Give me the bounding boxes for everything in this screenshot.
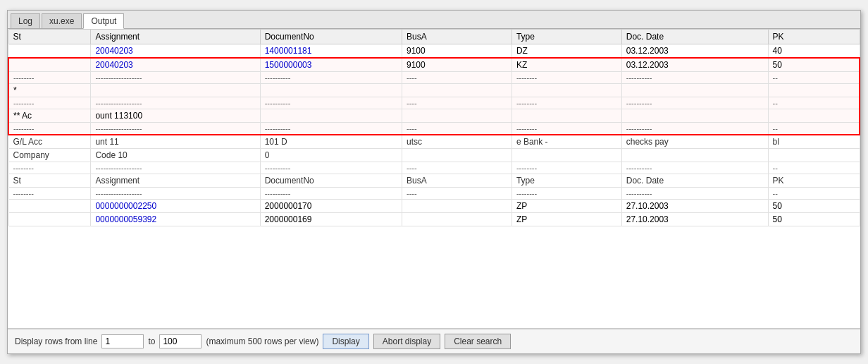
cell-st: -------- (8, 188, 91, 200)
cell-assignment: ount 113100 (91, 109, 260, 123)
to-label: to (148, 336, 155, 346)
cell-docno (260, 84, 402, 97)
cell-pk: PK (768, 174, 860, 188)
cell-pk: -- (768, 162, 860, 174)
cell-type: -------- (512, 162, 621, 174)
cell-busa: 9100 (402, 44, 512, 59)
table-row: CompanyCode 100 (8, 149, 860, 162)
clear-search-button[interactable]: Clear search (445, 334, 511, 349)
table-row: 00000000022502000000170ZP27.10.200350 (8, 200, 860, 213)
cell-busa (402, 213, 512, 226)
abort-display-button[interactable]: Abort display (373, 334, 440, 349)
cell-type: ZP (512, 200, 621, 213)
tab-bar: Log xu.exe Output (8, 11, 860, 29)
cell-pk: -- (768, 188, 860, 200)
cell-st: * (8, 84, 91, 97)
cell-st: -------- (8, 162, 91, 174)
cell-docdate: checks pay (621, 135, 768, 149)
cell-st (8, 58, 91, 72)
cell-assignment: ------------------ (91, 188, 260, 200)
assignment-link[interactable]: 0000000002250 (95, 201, 156, 211)
cell-docdate: ---------- (621, 162, 768, 174)
cell-busa: 9100 (402, 58, 512, 72)
cell-assignment: ------------------ (91, 97, 260, 109)
cell-assignment: ------------------ (91, 162, 260, 174)
cell-assignment: 0000000002250 (91, 200, 260, 213)
table-header-row: St Assignment DocumentNo BusA Type Doc. … (8, 30, 860, 44)
cell-busa (402, 109, 512, 123)
table-row: ----------------------------------------… (8, 162, 860, 174)
cell-assignment: Code 10 (91, 149, 260, 162)
cell-assignment: ------------------ (91, 72, 260, 84)
cell-docno: 1500000003 (260, 58, 402, 72)
cell-docdate: 27.10.2003 (621, 213, 768, 226)
docno-link[interactable]: 1400001181 (265, 46, 312, 56)
cell-type: Type (512, 174, 621, 188)
table-row: ----------------------------------------… (8, 72, 860, 84)
cell-type: -------- (512, 188, 621, 200)
assignment-link[interactable]: 0000000059392 (95, 214, 156, 224)
cell-st: ** Ac (8, 109, 91, 123)
cell-pk (768, 84, 860, 97)
col-header-type: Type (512, 30, 621, 44)
cell-docno: 101 D (260, 135, 402, 149)
cell-type: e Bank - (512, 135, 621, 149)
cell-st (8, 200, 91, 213)
data-table: St Assignment DocumentNo BusA Type Doc. … (8, 29, 860, 226)
cell-pk: -- (768, 123, 860, 135)
cell-st: -------- (8, 97, 91, 109)
docno-link[interactable]: 1500000003 (265, 60, 312, 70)
display-button[interactable]: Display (323, 334, 368, 349)
cell-type: -------- (512, 97, 621, 109)
cell-type: ZP (512, 213, 621, 226)
table-row: 2004020315000000039100KZ03.12.200350 (8, 58, 860, 72)
display-from-label: Display rows from line (15, 336, 97, 346)
cell-docdate: 03.12.2003 (621, 44, 768, 59)
tab-xuexe[interactable]: xu.exe (42, 13, 82, 28)
tab-log[interactable]: Log (11, 13, 40, 28)
cell-docno: DocumentNo (260, 174, 402, 188)
cell-assignment: unt 11 (91, 135, 260, 149)
cell-busa: ---- (402, 123, 512, 135)
cell-docdate: Doc. Date (621, 174, 768, 188)
to-line-input[interactable] (159, 334, 202, 348)
cell-busa: ---- (402, 188, 512, 200)
tab-output[interactable]: Output (83, 13, 124, 29)
cell-busa: ---- (402, 97, 512, 109)
cell-assignment: 20040203 (91, 58, 260, 72)
col-header-st: St (8, 30, 91, 44)
cell-docno: ---------- (260, 97, 402, 109)
main-window: Log xu.exe Output St Assignment Document… (7, 10, 861, 354)
cell-type: -------- (512, 72, 621, 84)
cell-type: KZ (512, 58, 621, 72)
cell-st (8, 213, 91, 226)
table-row: * (8, 84, 860, 97)
cell-docno: 1400001181 (260, 44, 402, 59)
cell-docdate (621, 109, 768, 123)
table-row: ** Acount 113100 (8, 109, 860, 123)
cell-type (512, 149, 621, 162)
cell-docdate: ---------- (621, 123, 768, 135)
cell-docno: ---------- (260, 188, 402, 200)
from-line-input[interactable] (101, 334, 144, 348)
cell-busa (402, 200, 512, 213)
assignment-link[interactable]: 20040203 (95, 60, 132, 70)
max-rows-label: (maximum 500 rows per view) (206, 336, 318, 346)
cell-pk: -- (768, 97, 860, 109)
table-row: 00000000593922000000169ZP27.10.200350 (8, 213, 860, 226)
cell-docdate: 27.10.2003 (621, 200, 768, 213)
assignment-link[interactable]: 20040203 (95, 46, 132, 56)
col-header-pk: PK (768, 30, 860, 44)
table-container[interactable]: St Assignment DocumentNo BusA Type Doc. … (8, 29, 860, 329)
cell-docdate: ---------- (621, 97, 768, 109)
cell-docno: ---------- (260, 72, 402, 84)
table-row: ----------------------------------------… (8, 123, 860, 135)
col-header-busa: BusA (402, 30, 512, 44)
table-row: 2004020314000011819100DZ03.12.200340 (8, 44, 860, 59)
cell-busa: utsc (402, 135, 512, 149)
cell-type (512, 84, 621, 97)
col-header-docdate: Doc. Date (621, 30, 768, 44)
cell-busa: ---- (402, 72, 512, 84)
cell-assignment: ------------------ (91, 123, 260, 135)
cell-busa (402, 149, 512, 162)
